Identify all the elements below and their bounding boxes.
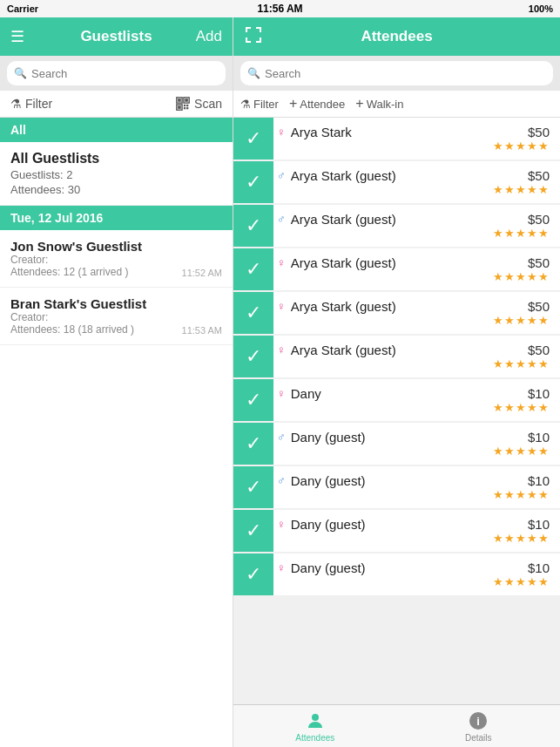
attendee-name-wrap-5: ♀ Arya Stark (guest) xyxy=(277,343,396,357)
attendee-info-5: ♀ Arya Stark (guest) $50 xyxy=(277,343,550,357)
svg-rect-10 xyxy=(186,107,188,109)
details-tab-icon: i xyxy=(468,710,489,731)
attendee-check-1: ✓ xyxy=(233,161,273,203)
stars-3: ★★★★★ xyxy=(493,270,550,283)
gender-male-icon: ♂ xyxy=(277,213,286,226)
svg-rect-4 xyxy=(185,98,188,102)
stars-10: ★★★★★ xyxy=(493,575,550,588)
guestlist-creator-0: Creator: xyxy=(10,254,222,266)
left-list: All All Guestlists Guestlists: 2 Attende… xyxy=(0,118,233,747)
guestlist-time-0: 11:52 AM xyxy=(182,268,222,278)
attendee-row-9[interactable]: ✓ ♀ Dany (guest) $10 ★★★★★ xyxy=(233,510,560,553)
attendee-row-6[interactable]: ✓ ♀ Dany $10 ★★★★★ xyxy=(233,379,560,422)
attendee-row-7[interactable]: ✓ ♂ Dany (guest) $10 ★★★★★ xyxy=(233,423,560,465)
right-search-input[interactable] xyxy=(240,61,553,85)
scan-label: Scan xyxy=(194,97,222,111)
attendee-name-7: Dany (guest) xyxy=(291,430,366,445)
app-container: ☰ Guestlists Add 🔍 ⚗ Filter xyxy=(0,17,560,747)
stars-0: ★★★★★ xyxy=(493,139,550,153)
walkin-plus-icon: + xyxy=(355,96,363,112)
attendee-check-10: ✓ xyxy=(233,553,273,595)
stars-row-6: ★★★★★ xyxy=(277,401,550,418)
expand-icon[interactable] xyxy=(244,25,263,48)
gender-female-icon: ♀ xyxy=(277,300,286,313)
attendee-row-0[interactable]: ✓ ♀ Arya Stark $50 ★★★★★ xyxy=(233,118,560,160)
stars-1: ★★★★★ xyxy=(493,183,550,196)
attendee-row-1[interactable]: ✓ ♂ Arya Stark (guest) $50 ★★★★★ xyxy=(233,161,560,204)
left-header: ☰ Guestlists Add xyxy=(0,17,233,56)
all-attendees-count: Attendees: 30 xyxy=(10,183,222,196)
stars-7: ★★★★★ xyxy=(493,445,550,458)
attendee-info-1: ♂ Arya Stark (guest) $50 xyxy=(277,168,550,183)
right-search-bar: 🔍 xyxy=(233,56,560,91)
attendee-row-3[interactable]: ✓ ♀ Arya Stark (guest) $50 ★★★★★ xyxy=(233,248,560,291)
attendee-row-5[interactable]: ✓ ♀ Arya Stark (guest) $50 ★★★★★ xyxy=(233,336,560,378)
attendee-name-1: Arya Stark (guest) xyxy=(291,168,396,183)
attendees-title: Attendees xyxy=(361,28,432,45)
attendee-check-4: ✓ xyxy=(233,292,273,334)
gender-female-icon: ♀ xyxy=(277,343,286,357)
left-search-input[interactable] xyxy=(7,61,226,85)
filter-icon: ⚗ xyxy=(10,97,22,111)
add-button[interactable]: Add xyxy=(196,28,222,45)
guestlist-item-1[interactable]: Bran Stark's Guestlist Creator: Attendee… xyxy=(0,288,233,345)
section-all[interactable]: All xyxy=(0,118,233,142)
check-icon-0: ✓ xyxy=(246,127,261,150)
right-filter-icon: ⚗ xyxy=(240,98,251,111)
all-guestlists-item[interactable]: All Guestlists Guestlists: 2 Attendees: … xyxy=(0,142,233,206)
attendee-name-wrap-3: ♀ Arya Stark (guest) xyxy=(277,255,396,270)
right-filter-button[interactable]: ⚗ Filter xyxy=(240,98,279,111)
svg-rect-3 xyxy=(178,98,181,102)
attendee-row-8[interactable]: ✓ ♂ Dany (guest) $10 ★★★★★ xyxy=(233,466,560,509)
check-icon-1: ✓ xyxy=(246,171,261,194)
scan-button[interactable]: Scan xyxy=(175,96,222,112)
attendee-row-4[interactable]: ✓ ♀ Arya Stark (guest) $50 ★★★★★ xyxy=(233,292,560,335)
add-walkin-button[interactable]: + Walk-in xyxy=(355,96,403,112)
attendee-info-10: ♀ Dany (guest) $10 xyxy=(277,560,550,575)
attendee-label: Attendee xyxy=(300,98,345,111)
attendee-name-0: Arya Stark xyxy=(291,125,352,139)
right-search-icon: 🔍 xyxy=(247,67,260,79)
gender-female-icon: ♀ xyxy=(277,126,286,139)
time-label: 11:56 AM xyxy=(257,3,302,15)
check-icon-3: ✓ xyxy=(246,258,261,281)
attendee-name-3: Arya Stark (guest) xyxy=(291,255,396,270)
attendee-name-9: Dany (guest) xyxy=(291,517,366,532)
tab-attendees[interactable]: Attendees xyxy=(233,705,397,747)
battery-label: 100% xyxy=(529,3,553,14)
stars-6: ★★★★★ xyxy=(493,401,550,414)
svg-rect-5 xyxy=(178,105,181,109)
gender-female-icon: ♀ xyxy=(277,256,286,269)
attendee-name-wrap-7: ♂ Dany (guest) xyxy=(277,430,366,445)
attendee-info-0: ♀ Arya Stark $50 xyxy=(277,125,550,139)
tab-details[interactable]: i Details xyxy=(397,705,561,747)
attendee-info-7: ♂ Dany (guest) $10 xyxy=(277,430,550,445)
attendee-row-2[interactable]: ✓ ♂ Arya Stark (guest) $50 ★★★★★ xyxy=(233,205,560,248)
attendee-name-wrap-10: ♀ Dany (guest) xyxy=(277,560,366,575)
attendee-name-10: Dany (guest) xyxy=(291,560,366,575)
menu-icon[interactable]: ☰ xyxy=(10,27,24,46)
stars-row-8: ★★★★★ xyxy=(277,488,550,505)
tab-label-details: Details xyxy=(465,733,492,743)
all-guestlists-count: Guestlists: 2 xyxy=(10,168,222,181)
stars-row-5: ★★★★★ xyxy=(277,357,550,374)
attendee-info-4: ♀ Arya Stark (guest) $50 xyxy=(277,299,550,314)
attendee-info-6: ♀ Dany $10 xyxy=(277,386,550,401)
left-panel: ☰ Guestlists Add 🔍 ⚗ Filter xyxy=(0,17,233,747)
stars-row-7: ★★★★★ xyxy=(277,445,550,461)
attendee-price-1: $50 xyxy=(528,168,550,183)
attendee-check-0: ✓ xyxy=(233,118,273,160)
carrier-label: Carrier xyxy=(7,3,38,14)
stars-5: ★★★★★ xyxy=(493,357,550,370)
guestlist-item-0[interactable]: Jon Snow's Guestlist Creator: Attendees:… xyxy=(0,230,233,288)
stars-9: ★★★★★ xyxy=(493,532,550,545)
check-icon-6: ✓ xyxy=(246,389,261,411)
attendee-name-wrap-4: ♀ Arya Stark (guest) xyxy=(277,299,396,314)
add-attendee-button[interactable]: + Attendee xyxy=(289,96,345,112)
attendee-price-2: $50 xyxy=(528,212,550,227)
left-filter-bar: ⚗ Filter Scan xyxy=(0,91,233,118)
right-search-wrap: 🔍 xyxy=(240,61,553,85)
attendee-row-10[interactable]: ✓ ♀ Dany (guest) $10 ★★★★★ xyxy=(233,553,560,596)
attendee-name-6: Dany xyxy=(291,386,321,401)
left-filter-button[interactable]: ⚗ Filter xyxy=(10,97,52,111)
